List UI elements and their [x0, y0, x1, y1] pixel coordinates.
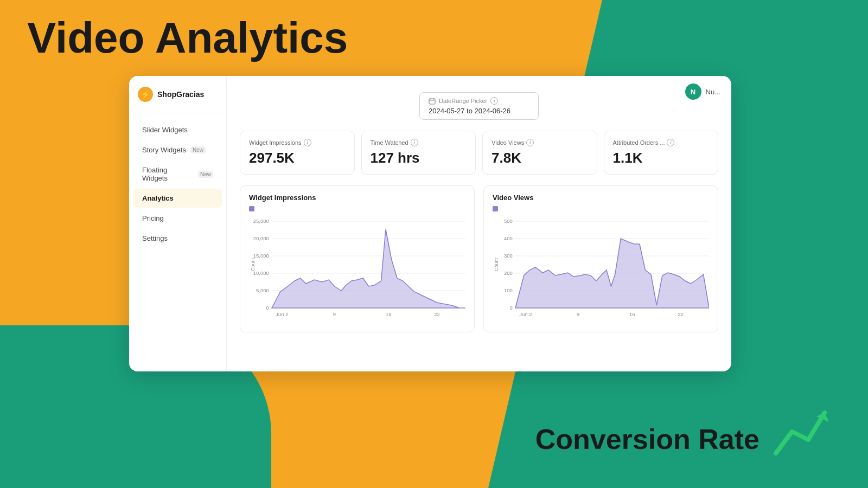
stat-value-widget-impressions: 297.5K — [249, 150, 346, 166]
widget-impressions-chart-area: 25,000 20,000 15,000 10,000 5,000 0 Coun… — [249, 216, 465, 324]
svg-text:0: 0 — [509, 305, 512, 311]
stat-value-video-views: 7.8K — [492, 150, 588, 166]
charts-row: Widget Impressions 25,000 — [240, 185, 718, 332]
svg-text:16: 16 — [386, 312, 392, 317]
svg-text:100: 100 — [504, 288, 513, 293]
date-range-label-text: DateRange Picker — [439, 98, 487, 104]
stat-label-attributed-orders: Attributed Orders ... i — [613, 139, 710, 146]
nav-label-story-widgets: Story Widgets — [142, 146, 186, 154]
svg-text:25,000: 25,000 — [253, 219, 269, 224]
legend-dot-impressions — [249, 206, 254, 211]
sidebar-item-story-widgets[interactable]: Story Widgets New — [133, 140, 222, 159]
video-views-chart-legend — [493, 206, 709, 211]
stat-label-time-watched: Time Watched i — [371, 139, 467, 146]
video-views-svg: 500 400 300 200 100 0 Count Jun 2 9 16 — [493, 216, 709, 324]
svg-text:20,000: 20,000 — [253, 236, 269, 241]
bottom-label: Conversion Rate — [535, 423, 760, 455]
stat-card-time-watched: Time Watched i 127 hrs — [361, 131, 476, 175]
user-initial: N — [691, 88, 695, 96]
svg-rect-0 — [429, 99, 435, 104]
svg-text:Count: Count — [250, 258, 256, 271]
svg-text:200: 200 — [504, 271, 513, 276]
svg-text:22: 22 — [434, 312, 440, 317]
main-content: N Nu... DateRange Picker i 2024-05-27 to… — [227, 76, 731, 371]
svg-text:300: 300 — [504, 253, 513, 259]
date-range-info-icon[interactable]: i — [490, 97, 498, 105]
video-views-chart-area: 500 400 300 200 100 0 Count Jun 2 9 16 — [493, 216, 709, 324]
info-icon-widget-impressions[interactable]: i — [304, 139, 311, 146]
svg-text:Jun 2: Jun 2 — [276, 312, 288, 317]
date-range-container: DateRange Picker i 2024-05-27 to 2024-06… — [240, 92, 718, 120]
logo-icon: ⚡ — [138, 87, 153, 102]
video-views-chart-title: Video Views — [493, 194, 709, 202]
stat-card-widget-impressions: Widget Impressions i 297.5K — [240, 131, 355, 175]
info-icon-time-watched[interactable]: i — [411, 139, 418, 146]
svg-text:9: 9 — [577, 312, 579, 317]
arrow-icon-container — [770, 404, 835, 466]
calendar-icon — [429, 98, 436, 105]
svg-text:Count: Count — [494, 258, 499, 271]
svg-text:500: 500 — [504, 219, 513, 224]
user-name: Nu... — [706, 88, 720, 96]
sidebar-item-analytics[interactable]: Analytics — [133, 189, 222, 208]
sidebar-item-settings[interactable]: Settings — [133, 229, 222, 248]
legend-dot-views — [493, 206, 498, 211]
nav-label-floating-widgets: Floating Widgets — [142, 166, 194, 182]
info-icon-attributed-orders[interactable]: i — [667, 139, 674, 146]
logo-name: ShopGracias — [157, 90, 204, 99]
video-views-chart-container: Video Views 500 400 — [483, 185, 718, 332]
stat-card-attributed-orders: Attributed Orders ... i 1.1K — [604, 131, 719, 175]
nav-label-slider-widgets: Slider Widgets — [142, 126, 188, 134]
svg-text:16: 16 — [629, 312, 635, 317]
date-range-label: DateRange Picker i — [429, 97, 529, 105]
sidebar-item-pricing[interactable]: Pricing — [133, 209, 222, 228]
nav-label-analytics: Analytics — [142, 194, 174, 202]
nav-badge-floating-widgets: New — [198, 171, 213, 178]
date-range-picker[interactable]: DateRange Picker i 2024-05-27 to 2024-06… — [419, 92, 539, 120]
page-title: Video Analytics — [27, 16, 348, 60]
svg-text:0: 0 — [266, 305, 269, 311]
widget-impressions-chart-title: Widget Impressions — [249, 194, 465, 202]
svg-text:9: 9 — [333, 312, 336, 317]
stat-value-time-watched: 127 hrs — [371, 150, 467, 166]
sidebar: ⚡ ShopGracias Slider Widgets Story Widge… — [129, 76, 227, 371]
app-header: N Nu... — [674, 76, 731, 107]
app-window: ⚡ ShopGracias Slider Widgets Story Widge… — [129, 76, 731, 371]
stat-label-widget-impressions: Widget Impressions i — [249, 139, 346, 146]
nav-badge-story-widgets: New — [190, 146, 206, 153]
stats-row: Widget Impressions i 297.5K Time Watched… — [240, 131, 718, 175]
nav-label-settings: Settings — [142, 234, 168, 242]
sidebar-logo: ⚡ ShopGracias — [129, 87, 226, 113]
trend-arrow-icon — [770, 404, 835, 464]
svg-text:Jun 2: Jun 2 — [519, 312, 532, 317]
svg-text:10,000: 10,000 — [253, 271, 269, 276]
svg-text:22: 22 — [678, 312, 684, 317]
stat-label-video-views: Video Views i — [492, 139, 588, 146]
user-avatar: N — [685, 84, 701, 100]
widget-impressions-chart-container: Widget Impressions 25,000 — [240, 185, 475, 332]
stat-value-attributed-orders: 1.1K — [613, 150, 710, 166]
svg-text:400: 400 — [504, 236, 513, 241]
widget-impressions-chart-legend — [249, 206, 465, 211]
widget-impressions-svg: 25,000 20,000 15,000 10,000 5,000 0 Coun… — [249, 216, 465, 324]
info-icon-video-views[interactable]: i — [526, 139, 534, 146]
date-range-value: 2024-05-27 to 2024-06-26 — [429, 107, 529, 115]
nav-label-pricing: Pricing — [142, 214, 164, 222]
sidebar-item-slider-widgets[interactable]: Slider Widgets — [133, 120, 222, 139]
stat-card-video-views: Video Views i 7.8K — [482, 131, 597, 175]
svg-text:5,000: 5,000 — [256, 288, 269, 293]
sidebar-item-floating-widgets[interactable]: Floating Widgets New — [133, 160, 222, 188]
